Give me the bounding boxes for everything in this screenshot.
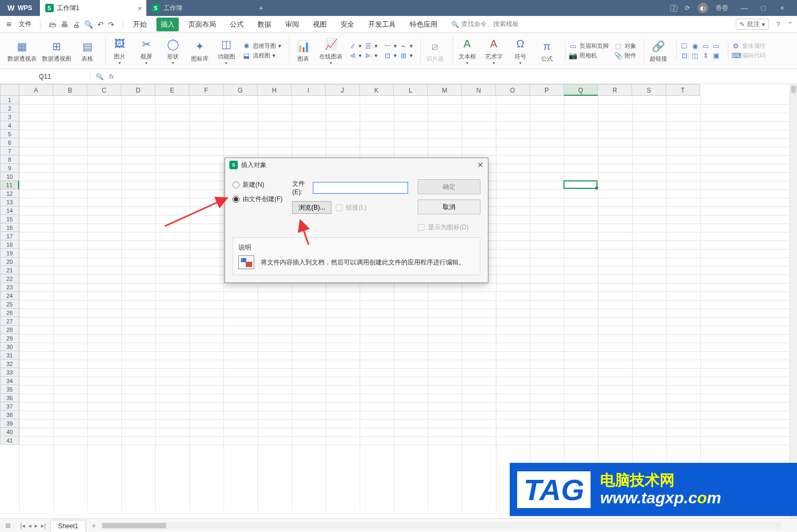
as-icon-checkbox[interactable]: 显示为图标(D) (418, 223, 480, 232)
file-menu[interactable]: 文件 (15, 20, 35, 29)
maximize-icon[interactable]: □ (755, 4, 772, 12)
vertical-scrollbar[interactable] (790, 84, 797, 518)
redo-icon[interactable]: ↷ (108, 20, 114, 29)
row-header[interactable]: 12 (0, 189, 19, 198)
pivot-table-button[interactable]: ▦数据透视表 (7, 39, 37, 63)
row-header[interactable]: 31 (0, 351, 19, 360)
tab-insert[interactable]: 插入 (156, 18, 179, 31)
row-header[interactable]: 28 (0, 326, 19, 334)
close-icon[interactable]: × (138, 4, 142, 12)
symbol-button[interactable]: Ω符号 (510, 37, 531, 65)
sheet-tab[interactable]: Sheet1 (50, 520, 86, 532)
browse-button[interactable]: 浏览(B)... (292, 201, 331, 214)
row-header[interactable]: 10 (0, 172, 19, 181)
row-header[interactable]: 37 (0, 402, 19, 411)
annotate-button[interactable]: ✎ 批注 ▾ (736, 19, 769, 30)
row-header[interactable]: 39 (0, 419, 19, 428)
row-header[interactable]: 8 (0, 155, 19, 164)
horizontal-scrollbar[interactable] (101, 522, 781, 529)
window-close-icon[interactable]: × (774, 4, 791, 12)
create-new-radio[interactable]: 新建(N) (233, 180, 283, 189)
row-header[interactable]: 9 (0, 164, 19, 172)
col-header-J[interactable]: J (326, 84, 360, 96)
open-icon[interactable]: 🗁 (49, 20, 56, 29)
tab-formula[interactable]: 公式 (226, 18, 248, 31)
user-avatar[interactable]: ◐ (698, 3, 708, 13)
col-header-N[interactable]: N (462, 84, 496, 96)
col-header-L[interactable]: L (394, 84, 428, 96)
tab-start[interactable]: 开始 (129, 18, 151, 31)
row-header[interactable]: 3 (0, 113, 19, 121)
row-header[interactable]: 21 (0, 266, 19, 275)
col-header-M[interactable]: M (428, 84, 462, 96)
row-header[interactable]: 40 (0, 428, 19, 436)
row-header[interactable]: 32 (0, 360, 19, 368)
new-tab-button[interactable]: + (253, 4, 270, 12)
tab-data[interactable]: 数据 (253, 18, 276, 31)
screenshot-button[interactable]: ✂截屏 (136, 37, 157, 65)
tab-pagelayout[interactable]: 页面布局 (184, 18, 220, 31)
col-header-C[interactable]: C (87, 84, 121, 96)
shapes-button[interactable]: ◯形状 (162, 37, 184, 65)
wordart-button[interactable]: A艺术字 (483, 37, 504, 65)
link-checkbox[interactable]: 链接(L) (336, 203, 367, 212)
row-header[interactable]: 11 (0, 181, 19, 189)
row-header[interactable]: 23 (0, 283, 19, 292)
file-path-input[interactable] (313, 182, 408, 194)
row-header[interactable]: 5 (0, 130, 19, 138)
col-header-A[interactable]: A (19, 84, 53, 96)
col-header-K[interactable]: K (360, 84, 394, 96)
row-header[interactable]: 7 (0, 147, 19, 155)
col-header-P[interactable]: P (530, 84, 564, 96)
workbook-tab-2[interactable]: S 工作簿 (146, 0, 253, 16)
smartart-button[interactable]: ◫功能图 (215, 37, 237, 65)
form-controls-2[interactable]: ⊡◫⇕▣ (680, 52, 720, 60)
close-icon[interactable]: ✕ (477, 161, 484, 169)
tab-dev[interactable]: 开发工具 (364, 18, 400, 31)
sparkline-1[interactable]: ⫽▾ ☰▾ (348, 42, 378, 50)
row-header[interactable]: 22 (0, 275, 19, 283)
row-header[interactable]: 15 (0, 215, 19, 223)
ok-button[interactable]: 确定 (418, 179, 480, 194)
col-header-E[interactable]: E (155, 84, 189, 96)
camera-button[interactable]: 📷照相机 (569, 52, 609, 60)
pictures-button[interactable]: 🖼图片 (109, 37, 130, 65)
row-header[interactable]: 41 (0, 436, 19, 445)
attachment-button[interactable]: 📎附件 (614, 52, 636, 60)
row-header[interactable]: 6 (0, 138, 19, 147)
save-icon[interactable]: 🖶 (61, 20, 68, 29)
zoom-icon[interactable]: 🔍 (96, 73, 104, 80)
sparkline-4[interactable]: ⊡▾ ⊞▾ (383, 52, 413, 60)
equation-button[interactable]: π公式 (536, 39, 558, 63)
row-header[interactable]: 4 (0, 121, 19, 130)
col-header-B[interactable]: B (53, 84, 87, 96)
row-header[interactable]: 19 (0, 249, 19, 257)
object-button[interactable]: ⬚对象 (614, 42, 636, 50)
form-controls-1[interactable]: ☐◉▭▭ (680, 42, 720, 50)
select-all-corner[interactable] (0, 84, 19, 96)
col-header-G[interactable]: G (223, 84, 258, 96)
notif-badge[interactable]: 2 (670, 5, 678, 12)
mindmap-button[interactable]: ✺思维导图 ▾ (242, 42, 281, 50)
add-sheet-button[interactable]: + (86, 521, 101, 530)
formula-input[interactable] (119, 73, 792, 80)
col-header-Q[interactable]: Q (564, 84, 598, 96)
spreadsheet-grid[interactable]: ABCDEFGHIJKLMNOPQRST 1234567891011121314… (0, 84, 797, 518)
hyperlink-button[interactable]: 🔗超链接 (647, 39, 669, 63)
from-file-radio[interactable]: 由文件创建(F) (233, 195, 283, 204)
collapse-ribbon-icon[interactable]: ⌃ (787, 21, 793, 28)
workbook-tab-1[interactable]: S 工作簿1 × (40, 0, 146, 16)
print-icon[interactable]: 🖨 (72, 20, 80, 29)
sheet-prev-icon[interactable]: ◂ (28, 522, 31, 529)
row-header[interactable]: 1 (0, 96, 19, 104)
sync-icon[interactable]: ⟳ (685, 4, 690, 12)
row-header[interactable]: 14 (0, 206, 19, 215)
tab-view[interactable]: 视图 (309, 18, 331, 31)
col-header-S[interactable]: S (632, 84, 666, 96)
col-header-O[interactable]: O (496, 84, 530, 96)
header-footer-button[interactable]: ▭页眉和页脚 (569, 42, 609, 50)
col-header-D[interactable]: D (121, 84, 155, 96)
row-header[interactable]: 30 (0, 343, 19, 351)
pivot-chart-button[interactable]: ⊞数据透视图 (42, 39, 71, 63)
row-header[interactable]: 25 (0, 300, 19, 309)
